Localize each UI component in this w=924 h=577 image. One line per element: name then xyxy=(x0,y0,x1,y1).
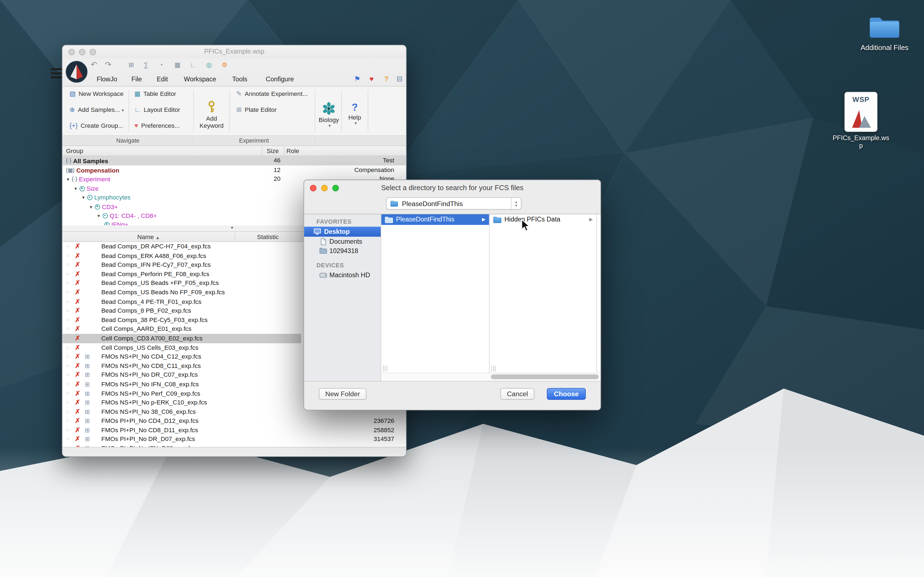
desktop-icon-wsp-file[interactable]: WSP PFICs_Example.ws p xyxy=(829,92,893,150)
splitter-caret-icon: ▴ xyxy=(231,225,233,230)
file-dialog: Select a directory to search for your FC… xyxy=(304,180,601,411)
hard-drive-icon xyxy=(319,271,327,279)
directory-select[interactable]: PleaseDontFindThis ▲ ▼ xyxy=(386,197,522,210)
sample-status-icon: ○ xyxy=(66,425,69,435)
table-editor-icon: ▦ xyxy=(134,90,141,97)
add-keyword-button[interactable]: Add Keyword xyxy=(197,101,226,129)
column-resize-grip[interactable] xyxy=(491,366,496,371)
groups-table-header[interactable]: Group Size Role xyxy=(62,146,406,156)
group-row[interactable]: {▦}Compensation12Compensation xyxy=(62,165,406,174)
panel-icon[interactable]: ⊟ xyxy=(397,75,402,83)
group-label: Q1: CD4- , CD8+ xyxy=(110,211,157,220)
excluded-x-icon: ✗ xyxy=(75,389,80,398)
sample-name: Bead Comps_8 PB_F02_exp.fcs xyxy=(102,306,191,316)
menu-edit[interactable]: Edit xyxy=(157,75,168,82)
cancel-button[interactable]: Cancel xyxy=(501,388,535,400)
group-size: 46 xyxy=(245,156,281,165)
undo-icon[interactable]: ↶ xyxy=(91,60,97,69)
new-workspace-button[interactable]: ▧New Workspace xyxy=(69,90,123,98)
table-icon[interactable]: ▦ xyxy=(174,61,180,69)
sample-status-icon: ○ xyxy=(66,389,69,398)
browser-column-2[interactable]: Hidden PFICs Data ▶ xyxy=(490,214,597,373)
horizontal-scrollbar[interactable] xyxy=(381,372,600,381)
flowjo-sail-icon xyxy=(845,104,877,130)
folder-item-hidden-pfics-data[interactable]: Hidden PFICs Data ▶ xyxy=(490,214,596,225)
folder-item-pleasedontfindthis[interactable]: PleaseDontFindThis ▶ xyxy=(381,214,489,225)
add-samples-button[interactable]: ⊕Add Samples...▾ xyxy=(69,106,124,114)
menu-file[interactable]: File xyxy=(131,75,142,82)
disclosure-icon[interactable]: ▼ xyxy=(89,202,93,211)
stepper-down-icon: ▼ xyxy=(515,203,518,207)
sample-status-icon: ○ xyxy=(66,435,69,444)
sample-statistic: 314537 xyxy=(373,435,394,444)
disclosure-icon[interactable]: ▼ xyxy=(81,193,86,202)
sample-status-icon: ○ xyxy=(66,352,69,361)
add-graph-icon[interactable]: ⊞ xyxy=(128,61,134,69)
menu-workspace[interactable]: Workspace xyxy=(184,75,216,82)
preferences-button[interactable]: ♥Preferences... xyxy=(134,122,180,129)
flowjo-titlebar[interactable]: PFICs_Example.wsp xyxy=(62,45,406,58)
column-resize-grip[interactable] xyxy=(383,366,388,371)
sample-name: Bead Comps_ERK A488_F06_exp.fcs xyxy=(102,251,206,260)
group-role: Compensation xyxy=(306,165,394,174)
favorites-section[interactable]: FAVORITES xyxy=(304,218,381,227)
redo-icon[interactable]: ↷ xyxy=(105,60,111,69)
menu-configure[interactable]: Configure xyxy=(266,75,294,82)
create-group-button[interactable]: {+}Create Group... xyxy=(69,122,123,129)
biology-button[interactable]: Biology ▾ xyxy=(316,102,342,128)
browser-column-1[interactable]: PleaseDontFindThis ▶ xyxy=(381,214,489,373)
sample-status-icon: ○ xyxy=(66,316,69,324)
plate-icon: ⊞ xyxy=(85,435,90,444)
ancestry-icon[interactable]: ◔ xyxy=(159,61,163,68)
column-header-size: Size xyxy=(243,147,279,155)
sample-row[interactable]: ○✗⊞FMOs PI+PI_No CD8_D11_exp.fcs258852 xyxy=(62,425,406,435)
dialog-footer: New Folder Cancel Choose xyxy=(304,382,601,409)
sample-row[interactable]: ○✗⊞FMOs PI+PI_No CD4_D12_exp.fcs236726 xyxy=(62,417,406,425)
layout-icon[interactable]: ∟ xyxy=(190,61,196,68)
sample-row[interactable]: ○✗⊞FMOs PI+PI_No DR_D07_exp.fcs314537 xyxy=(62,435,406,444)
gate-eye-icon xyxy=(104,222,110,225)
desktop-icon-additional-files[interactable]: Additional Files xyxy=(849,14,921,52)
engine-icon[interactable]: ⚙ xyxy=(222,61,228,69)
disclosure-icon[interactable]: ▼ xyxy=(97,211,101,220)
group-row[interactable]: {·}All Samples46Test xyxy=(62,156,406,165)
sample-name: Bead Comps_38 PE-Cy5_F03_exp.fcs xyxy=(102,316,208,324)
bookmark-icon[interactable]: ⚑ xyxy=(354,75,360,83)
sidebar-item-desktop[interactable]: Desktop xyxy=(304,227,381,236)
sidebar-item-macintosh-hd[interactable]: Macintosh HD xyxy=(304,270,381,279)
dialog-titlebar[interactable]: Select a directory to search for your FC… xyxy=(304,180,601,196)
choose-button[interactable]: Choose xyxy=(547,388,586,400)
scrollbar-thumb[interactable] xyxy=(491,374,599,379)
plate-icon: ⊞ xyxy=(85,417,90,425)
layout-editor-button[interactable]: ∟Layout Editor xyxy=(134,106,180,113)
section-experiment-label: Experiment xyxy=(193,137,315,144)
table-editor-button[interactable]: ▦Table Editor xyxy=(134,90,176,98)
add-statistic-icon[interactable]: ∑ xyxy=(144,61,149,68)
sidebar-item-10294318[interactable]: 10294318 xyxy=(304,246,381,256)
plate-icon: ⊞ xyxy=(85,398,90,407)
help-icon[interactable]: ? xyxy=(384,75,389,83)
gate-icon[interactable]: ◎ xyxy=(206,61,212,69)
sample-name: Bead Comps_DR APC-H7_F04_exp.fcs xyxy=(102,242,211,251)
menu-tools[interactable]: Tools xyxy=(232,75,247,82)
disclosure-icon[interactable]: ▼ xyxy=(74,184,78,193)
favorite-heart-icon[interactable]: ♥ xyxy=(370,75,374,83)
dialog-path-row: PleaseDontFindThis ▲ ▼ xyxy=(304,195,601,213)
sample-status-icon: ○ xyxy=(66,242,69,251)
flowjo-logo-icon[interactable] xyxy=(65,61,88,83)
plate-editor-button[interactable]: ⊞Plate Editor xyxy=(236,106,277,114)
sample-status-icon: ○ xyxy=(66,251,69,260)
sample-statistic: 258852 xyxy=(373,425,394,435)
new-folder-button[interactable]: New Folder xyxy=(319,388,366,400)
help-button[interactable]: ? Help ▾ xyxy=(343,102,367,126)
directory-stepper[interactable]: ▲ ▼ xyxy=(511,198,521,209)
sample-row[interactable]: ○✗⊞FMOs PI+PI_No IFN_D08_exp.fcs xyxy=(62,444,406,447)
disclosure-icon[interactable]: ▼ xyxy=(66,175,70,184)
wsp-badge: WSP xyxy=(845,95,877,103)
menu-flowjo[interactable]: FlowJo xyxy=(97,75,117,82)
devices-section[interactable]: DEVICES xyxy=(304,261,381,270)
wsp-file-icon: WSP xyxy=(845,92,877,132)
sample-name: FMOs NS+PI_No DR_C07_exp.fcs xyxy=(102,371,198,380)
annotate-experiment-button[interactable]: ✎Annotate Experiment... xyxy=(236,90,307,98)
sidebar-item-documents[interactable]: Documents xyxy=(304,236,381,246)
